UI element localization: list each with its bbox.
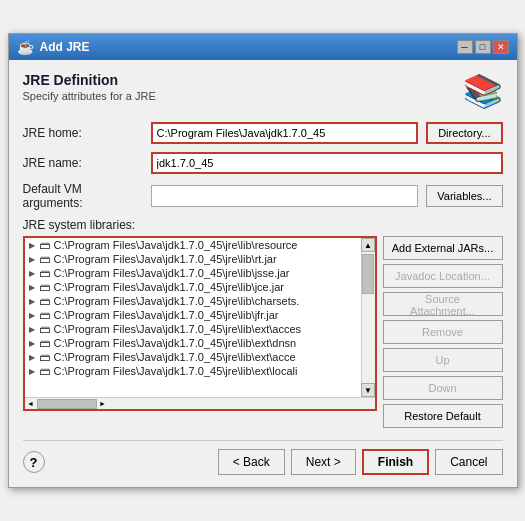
jre-home-label: JRE home:	[23, 126, 143, 140]
list-inner: ▶🗃C:\Program Files\Java\jdk1.7.0_45\jre\…	[25, 238, 375, 397]
dialog-body: JRE Definition Specify attributes for a …	[9, 60, 517, 487]
cancel-button[interactable]: Cancel	[435, 449, 502, 475]
jre-home-input[interactable]	[151, 122, 419, 144]
expand-arrow-icon: ▶	[29, 325, 35, 334]
section-subtitle: Specify attributes for a JRE	[23, 90, 156, 102]
close-button[interactable]: ✕	[493, 40, 509, 54]
list-item[interactable]: ▶🗃C:\Program Files\Java\jdk1.7.0_45\jre\…	[25, 252, 361, 266]
library-path: C:\Program Files\Java\jdk1.7.0_45\jre\li…	[54, 239, 298, 251]
scroll-left-arrow[interactable]: ◄	[25, 398, 37, 410]
jre-name-label: JRE name:	[23, 156, 143, 170]
libraries-layout: ▶🗃C:\Program Files\Java\jdk1.7.0_45\jre\…	[23, 236, 503, 428]
expand-arrow-icon: ▶	[29, 241, 35, 250]
books-icon: 📚	[463, 72, 503, 110]
jre-home-row: JRE home: Directory...	[23, 122, 503, 144]
footer-left: ?	[23, 451, 45, 473]
jar-icon: 🗃	[39, 253, 50, 265]
title-controls: ─ □ ✕	[457, 40, 509, 54]
remove-button[interactable]: Remove	[383, 320, 503, 344]
library-path: C:\Program Files\Java\jdk1.7.0_45\jre\li…	[54, 351, 296, 363]
source-attachment-button[interactable]: Source Attachment...	[383, 292, 503, 316]
hscroll-thumb[interactable]	[37, 399, 97, 409]
list-item[interactable]: ▶🗃C:\Program Files\Java\jdk1.7.0_45\jre\…	[25, 350, 361, 364]
libraries-label: JRE system libraries:	[23, 218, 503, 232]
up-button[interactable]: Up	[383, 348, 503, 372]
variables-button[interactable]: Variables...	[426, 185, 502, 207]
directory-button[interactable]: Directory...	[426, 122, 502, 144]
library-path: C:\Program Files\Java\jdk1.7.0_45\jre\li…	[54, 295, 300, 307]
side-buttons: Add External JARs... Javadoc Location...…	[383, 236, 503, 428]
list-item[interactable]: ▶🗃C:\Program Files\Java\jdk1.7.0_45\jre\…	[25, 364, 361, 378]
back-button[interactable]: < Back	[218, 449, 285, 475]
jar-icon: 🗃	[39, 365, 50, 377]
header-section: JRE Definition Specify attributes for a …	[23, 72, 503, 110]
list-item[interactable]: ▶🗃C:\Program Files\Java\jdk1.7.0_45\jre\…	[25, 308, 361, 322]
down-button[interactable]: Down	[383, 376, 503, 400]
dialog-title: Add JRE	[40, 40, 90, 54]
jar-icon: 🗃	[39, 281, 50, 293]
jar-icon: 🗃	[39, 295, 50, 307]
scroll-thumb[interactable]	[362, 254, 374, 294]
help-button[interactable]: ?	[23, 451, 45, 473]
library-path: C:\Program Files\Java\jdk1.7.0_45\jre\li…	[54, 323, 302, 335]
list-item[interactable]: ▶🗃C:\Program Files\Java\jdk1.7.0_45\jre\…	[25, 336, 361, 350]
jar-icon: 🗃	[39, 309, 50, 321]
jar-icon: 🗃	[39, 267, 50, 279]
dialog-icon: ☕	[17, 39, 34, 55]
expand-arrow-icon: ▶	[29, 283, 35, 292]
libraries-list-container: ▶🗃C:\Program Files\Java\jdk1.7.0_45\jre\…	[23, 236, 377, 411]
jre-name-input[interactable]	[151, 152, 503, 174]
vm-args-label: Default VM arguments:	[23, 182, 143, 210]
title-bar-left: ☕ Add JRE	[17, 39, 90, 55]
jar-icon: 🗃	[39, 337, 50, 349]
minimize-button[interactable]: ─	[457, 40, 473, 54]
jar-icon: 🗃	[39, 323, 50, 335]
expand-arrow-icon: ▶	[29, 297, 35, 306]
library-path: C:\Program Files\Java\jdk1.7.0_45\jre\li…	[54, 337, 297, 349]
expand-arrow-icon: ▶	[29, 269, 35, 278]
jre-name-row: JRE name:	[23, 152, 503, 174]
library-path: C:\Program Files\Java\jdk1.7.0_45\jre\li…	[54, 253, 277, 265]
section-title: JRE Definition	[23, 72, 156, 88]
expand-arrow-icon: ▶	[29, 255, 35, 264]
list-item[interactable]: ▶🗃C:\Program Files\Java\jdk1.7.0_45\jre\…	[25, 322, 361, 336]
list-item[interactable]: ▶🗃C:\Program Files\Java\jdk1.7.0_45\jre\…	[25, 280, 361, 294]
vertical-scrollbar[interactable]: ▲ ▼	[361, 238, 375, 397]
list-item[interactable]: ▶🗃C:\Program Files\Java\jdk1.7.0_45\jre\…	[25, 238, 361, 252]
add-external-jars-button[interactable]: Add External JARs...	[383, 236, 503, 260]
jar-icon: 🗃	[39, 351, 50, 363]
finish-button[interactable]: Finish	[362, 449, 429, 475]
expand-arrow-icon: ▶	[29, 339, 35, 348]
footer: ? < Back Next > Finish Cancel	[23, 440, 503, 475]
add-jre-dialog: ☕ Add JRE ─ □ ✕ JRE Definition Specify a…	[8, 33, 518, 488]
restore-default-button[interactable]: Restore Default	[383, 404, 503, 428]
scroll-down-arrow[interactable]: ▼	[361, 383, 375, 397]
library-path: C:\Program Files\Java\jdk1.7.0_45\jre\li…	[54, 281, 284, 293]
libraries-section: JRE system libraries: ▶🗃C:\Program Files…	[23, 218, 503, 428]
library-path: C:\Program Files\Java\jdk1.7.0_45\jre\li…	[54, 309, 279, 321]
expand-arrow-icon: ▶	[29, 353, 35, 362]
horizontal-scrollbar[interactable]: ◄ ►	[25, 397, 375, 409]
footer-right: < Back Next > Finish Cancel	[218, 449, 503, 475]
library-path: C:\Program Files\Java\jdk1.7.0_45\jre\li…	[54, 267, 290, 279]
header-text: JRE Definition Specify attributes for a …	[23, 72, 156, 102]
list-item[interactable]: ▶🗃C:\Program Files\Java\jdk1.7.0_45\jre\…	[25, 266, 361, 280]
expand-arrow-icon: ▶	[29, 367, 35, 376]
list-scroll-wrapper: ▶🗃C:\Program Files\Java\jdk1.7.0_45\jre\…	[25, 238, 375, 409]
jar-icon: 🗃	[39, 239, 50, 251]
scroll-up-arrow[interactable]: ▲	[361, 238, 375, 252]
next-button[interactable]: Next >	[291, 449, 356, 475]
vm-args-row: Default VM arguments: Variables...	[23, 182, 503, 210]
maximize-button[interactable]: □	[475, 40, 491, 54]
title-bar: ☕ Add JRE ─ □ ✕	[9, 34, 517, 60]
libraries-list[interactable]: ▶🗃C:\Program Files\Java\jdk1.7.0_45\jre\…	[25, 238, 361, 397]
scroll-right-arrow[interactable]: ►	[97, 398, 109, 410]
list-item[interactable]: ▶🗃C:\Program Files\Java\jdk1.7.0_45\jre\…	[25, 294, 361, 308]
library-path: C:\Program Files\Java\jdk1.7.0_45\jre\li…	[54, 365, 298, 377]
expand-arrow-icon: ▶	[29, 311, 35, 320]
vm-args-input[interactable]	[151, 185, 419, 207]
javadoc-location-button[interactable]: Javadoc Location...	[383, 264, 503, 288]
